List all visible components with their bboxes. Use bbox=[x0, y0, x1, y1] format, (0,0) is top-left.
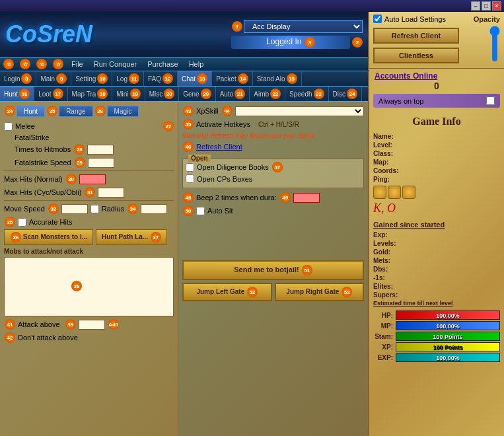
auto-load-checkbox[interactable] bbox=[373, 15, 382, 23]
scan-monsters-button[interactable]: 36 Scan Monsters to l... bbox=[4, 229, 93, 245]
main-container: CoSreN 1 Acc Display Logged In 3 2 bbox=[0, 12, 504, 436]
menu-help[interactable]: Help bbox=[186, 59, 207, 69]
xpskill-select[interactable] bbox=[235, 106, 364, 116]
times-hitmobs-input[interactable] bbox=[87, 145, 114, 155]
tab-log[interactable]: Log11 bbox=[112, 71, 144, 86]
tab-gene[interactable]: Gene20 bbox=[179, 87, 215, 101]
radius-input[interactable] bbox=[141, 204, 167, 214]
tab-misc[interactable]: Misc20 bbox=[145, 87, 180, 101]
tab-disc[interactable]: Disc24 bbox=[329, 87, 362, 101]
separator-2 bbox=[4, 200, 174, 201]
sub-badge-24: 24 bbox=[5, 106, 15, 116]
maximize-button[interactable]: □ bbox=[482, 1, 491, 11]
tab-loot[interactable]: Loot17 bbox=[34, 87, 67, 101]
move-speed-input[interactable] bbox=[61, 204, 88, 214]
hp-label: HP: bbox=[373, 312, 393, 319]
jump-right-button[interactable]: Jump Right Gate 53 bbox=[275, 283, 365, 301]
mp-bar-row: MP: 100,00% bbox=[373, 321, 500, 330]
name-row: Name: bbox=[373, 133, 500, 140]
badge-47: 47 bbox=[272, 162, 283, 172]
minimize-button[interactable]: – bbox=[471, 1, 480, 11]
auto-sit-checkbox[interactable] bbox=[196, 207, 205, 215]
fatal-speed-input[interactable] bbox=[88, 158, 114, 168]
acc-display-select[interactable]: Acc Display bbox=[244, 20, 363, 33]
accounts-online-section: Accounts Online 0 bbox=[369, 69, 504, 94]
refresh-client-button[interactable]: Refresh Client bbox=[373, 28, 459, 44]
opacity-slider[interactable] bbox=[489, 26, 500, 62]
fatal-strike-row: FatalStrike bbox=[15, 133, 174, 141]
beep-input[interactable] bbox=[293, 193, 320, 203]
level-row: Level: bbox=[373, 141, 500, 149]
menu-run-conquer[interactable]: Run Conquer bbox=[91, 59, 139, 69]
fatal-strike-section: FatalStrike Times to Hitmobs 28 Fatalstr… bbox=[4, 133, 174, 168]
jump-left-button[interactable]: Jump Left Gate 52 bbox=[182, 283, 272, 301]
attack-above-input[interactable] bbox=[79, 320, 105, 330]
auto-sit-label: Auto Sit bbox=[207, 207, 233, 215]
sub-tab-hunt[interactable]: Hunt bbox=[17, 106, 45, 117]
badge-45: 45 bbox=[183, 119, 194, 129]
dont-attack-label: Don't attack above bbox=[18, 334, 78, 342]
tab-faq[interactable]: FAQ12 bbox=[144, 71, 178, 86]
exp2-label: EXP: bbox=[373, 354, 393, 361]
melee-checkbox[interactable] bbox=[4, 122, 13, 131]
attack-above-row: 41 Attack above 39 A40 bbox=[4, 319, 174, 330]
send-botjail-button[interactable]: Send me to botjail! 51 bbox=[182, 260, 364, 280]
gold-row: Gold: bbox=[373, 248, 500, 256]
mobs-listbox[interactable]: 38 bbox=[4, 257, 174, 316]
sub-badge-26: 26 bbox=[95, 106, 106, 116]
xpskill-label: XpSkill bbox=[196, 107, 219, 115]
tab-map-tra[interactable]: Map Tra18 bbox=[68, 87, 113, 101]
always-on-top-checkbox[interactable] bbox=[486, 96, 495, 105]
hp-bar-outer: 100,00% bbox=[396, 310, 500, 320]
tab-aimb[interactable]: Aimb22 bbox=[250, 87, 285, 101]
tab-hunt[interactable]: Hunt16 bbox=[0, 87, 34, 101]
auto-load-label: Auto Load Settings bbox=[384, 15, 446, 23]
refresh-client-row: 46 Refresh Client bbox=[182, 141, 364, 152]
accurate-hits-label: Accurate Hits bbox=[29, 218, 72, 226]
tab-stand-alo[interactable]: Stand Alo15 bbox=[253, 71, 302, 86]
fatal-speed-row: Fatalstrike Speed 29 bbox=[15, 157, 174, 168]
accurate-hits-checkbox[interactable] bbox=[18, 218, 26, 227]
star-badge-4: ☆ bbox=[3, 59, 14, 69]
max-hits-cyc-input[interactable] bbox=[98, 188, 124, 198]
tab-setting[interactable]: Setting10 bbox=[71, 71, 112, 86]
badge-43: 43 bbox=[183, 106, 194, 116]
tab-mini[interactable]: Mini19 bbox=[112, 87, 145, 101]
i1-row: -1s: bbox=[373, 274, 500, 281]
badge-28: 28 bbox=[74, 144, 85, 155]
auto-load-row: Auto Load Settings Opacity bbox=[373, 15, 500, 23]
open-diligence-checkbox[interactable] bbox=[186, 163, 194, 172]
exp-bar-outer: 100,00% bbox=[396, 353, 500, 362]
star-badge-7: ☆ bbox=[53, 59, 63, 69]
close-button[interactable]: ✕ bbox=[492, 1, 501, 11]
tab-bar-2: Hunt16 Loot17 Map Tra18 Mini19 Misc20 Ge… bbox=[0, 87, 368, 102]
mets-row: Mets: bbox=[373, 257, 500, 264]
i1-key: -1s: bbox=[373, 274, 406, 281]
tab-login[interactable]: Login8 bbox=[0, 71, 36, 86]
max-hits-normal-input[interactable] bbox=[79, 174, 106, 184]
radius-checkbox[interactable] bbox=[90, 205, 99, 213]
badge-38: 38 bbox=[71, 281, 82, 291]
sub-tab-range[interactable]: Range bbox=[59, 106, 92, 117]
tab-packet[interactable]: Packet14 bbox=[212, 71, 253, 86]
tab-auto[interactable]: Auto21 bbox=[216, 87, 250, 101]
refresh-client-link[interactable]: Refresh Client bbox=[196, 143, 242, 151]
sub-tab-magic[interactable]: Magic bbox=[107, 106, 139, 117]
badge-27: 27 bbox=[163, 121, 174, 131]
exp-bar-text: 100,00% bbox=[396, 355, 499, 361]
hunt-path-button[interactable]: Hunt Path La... 37 bbox=[96, 229, 167, 245]
gained-title: Gained since started bbox=[373, 221, 500, 229]
tab-main[interactable]: Main9 bbox=[36, 71, 71, 86]
open-cps-label: Open CPs Boxes bbox=[197, 175, 252, 183]
melee-label: Melee bbox=[15, 122, 35, 130]
menu-file[interactable]: File bbox=[69, 59, 86, 69]
tab-speedh[interactable]: Speedh22 bbox=[285, 87, 328, 101]
menu-purchase[interactable]: Purchase bbox=[145, 59, 180, 69]
xp-bar-row: XP: 100 Points bbox=[373, 342, 500, 351]
accurate-hits-row: 35 Accurate Hits bbox=[4, 217, 174, 227]
max-hits-cyc-row: Max Hits (Cyc/Sup/Obli) 31 bbox=[4, 187, 174, 198]
open-cps-checkbox[interactable] bbox=[186, 174, 194, 183]
dbs-key: Dbs: bbox=[373, 266, 406, 273]
tab-chat[interactable]: Chat13 bbox=[178, 71, 212, 86]
clientless-button[interactable]: Clientless bbox=[373, 48, 459, 63]
